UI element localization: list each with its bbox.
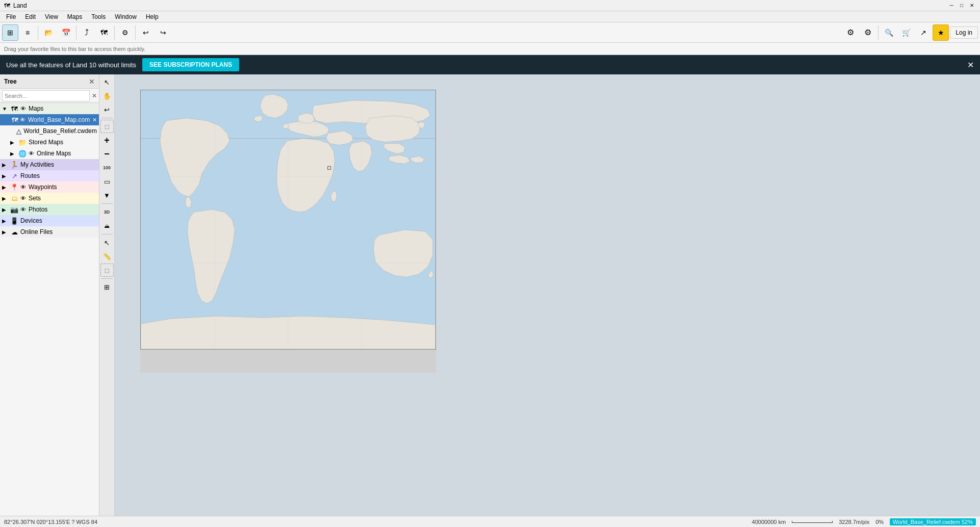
list-button[interactable]: ≡ (19, 24, 36, 41)
maps-icon: 🗺 (10, 105, 19, 113)
stored-icon: 📁 (18, 139, 27, 146)
pointer-tool[interactable]: ↖ (100, 75, 114, 89)
scale-bar (792, 521, 833, 523)
tracking-button[interactable]: ⚙ (842, 24, 859, 41)
frame-tool[interactable]: ▭ (100, 175, 114, 188)
toolbar-sep-2 (76, 25, 76, 40)
tree-item-my-activities[interactable]: ▶ 🏃 My Activities (0, 159, 99, 170)
status-left: 82°26.307'N 020°13.155'E ? WGS 84 (4, 519, 97, 525)
title-bar-left: 🗺 Land (4, 2, 27, 9)
measure-tool[interactable]: 📏 (100, 250, 114, 263)
banner-close-button[interactable]: ✕ (967, 60, 974, 70)
menu-maps[interactable]: Maps (63, 12, 86, 21)
tools-button[interactable]: ⚙ (117, 24, 133, 41)
minimize-btn[interactable]: ─ (947, 2, 956, 10)
panel-close-button[interactable]: ✕ (89, 77, 95, 86)
world-map-svg (141, 90, 435, 349)
tree-item-maps[interactable]: ▼ 🗺 👁 Maps (0, 103, 99, 114)
sets-label: Sets (29, 195, 97, 202)
layers-button[interactable]: ⊞ (2, 24, 18, 41)
zoom-out-tool[interactable]: − (100, 147, 114, 161)
menu-window[interactable]: Window (111, 12, 141, 21)
map-canvas[interactable] (140, 90, 436, 350)
activities-icon: 🏃 (10, 161, 19, 169)
zoom-100-tool[interactable]: 100 (100, 161, 114, 174)
maps-arrow: ▼ (2, 106, 8, 112)
tree-item-stored-maps[interactable]: ▶ 📁 Stored Maps (0, 137, 99, 148)
map-area[interactable] (115, 74, 980, 516)
layer-badge: World_Base_Relief.cwdem 52% (890, 518, 976, 525)
tree-item-waypoints[interactable]: ▶ 📍 👁 Waypoints (0, 181, 99, 193)
online-maps-icon: 🌐 (18, 150, 27, 157)
world-base-icon: 🗺 (12, 116, 18, 124)
route-button[interactable]: ⤴ (79, 24, 95, 41)
map-button[interactable]: 🗺 (96, 24, 112, 41)
cart-button[interactable]: 🛒 (898, 24, 914, 41)
subscription-button[interactable]: SEE SUBSCRIPTION PLANS (142, 58, 239, 71)
stored-arrow: ▶ (10, 140, 16, 145)
title-bar: 🗺 Land ─ □ ✕ (0, 0, 980, 11)
tools-sep-1 (101, 118, 113, 118)
mountain-tool[interactable]: ⛰ (100, 219, 114, 232)
zoom-in-tool[interactable]: + (100, 134, 114, 147)
quickaccess-bar: Drag your favorite files to this bar to … (0, 43, 980, 55)
3d-tool[interactable]: 3D (100, 205, 114, 219)
calendar-button[interactable]: 📅 (58, 24, 74, 41)
world-base-close[interactable]: ✕ (91, 117, 98, 123)
sets-eye: 👁 (20, 195, 26, 201)
tree-item-world-base-map[interactable]: 🗺 👁 World_Base_Map.com ✕ (0, 114, 99, 125)
menu-bar: File Edit View Maps Tools Window Help (0, 11, 980, 22)
menu-tools[interactable]: Tools (87, 12, 110, 21)
tree-item-routes[interactable]: ▶ ↗ Routes (0, 170, 99, 181)
down-tool[interactable]: ▼ (100, 189, 114, 202)
search-input[interactable] (2, 90, 90, 101)
app-title: Land (13, 2, 27, 9)
undo-button[interactable]: ↩ (138, 24, 154, 41)
waypoints-icon: 📍 (10, 183, 19, 191)
cursor-select-tool[interactable]: ↖ (100, 236, 114, 249)
world-relief-label: World_Base_Relief.cwdem (23, 127, 97, 135)
status-right: 40000000 km 3228.7m/pix 0% World_Base_Re… (752, 518, 976, 525)
world-base-label: World_Base_Map.com (28, 116, 90, 123)
open-button[interactable]: 📂 (40, 24, 57, 41)
photos-eye: 👁 (20, 206, 26, 213)
capture-tool[interactable]: ⊞ (100, 280, 114, 294)
menu-file[interactable]: File (2, 12, 20, 21)
nav-button[interactable]: ⚙ (860, 24, 876, 41)
zoom-rect-tool[interactable]: ⬚ (100, 120, 114, 133)
menu-edit[interactable]: Edit (21, 12, 40, 21)
toolbar-sep-4 (135, 25, 136, 40)
devices-arrow: ▶ (2, 218, 8, 224)
search-button[interactable]: 🔍 (881, 24, 897, 41)
tree-item-online-files[interactable]: ▶ ☁ Online Files (0, 226, 99, 238)
maximize-btn[interactable]: □ (958, 2, 966, 10)
world-relief-icon: △ (16, 127, 22, 135)
devices-label: Devices (20, 217, 97, 224)
routes-icon: ↗ (10, 172, 19, 180)
back-tool[interactable]: ↩ (100, 103, 114, 116)
select-rect-tool2[interactable]: ⬚ (100, 264, 114, 277)
sets-icon: 🗂 (10, 195, 19, 202)
tree-item-devices[interactable]: ▶ 📱 Devices (0, 215, 99, 226)
login-button[interactable]: Log in (950, 27, 978, 39)
search-clear-button[interactable]: ✕ (92, 92, 97, 99)
online-files-arrow: ▶ (2, 229, 8, 235)
waypoints-eye: 👁 (20, 184, 26, 190)
tree-item-online-maps[interactable]: ▶ 🌐 👁 Online Maps (0, 148, 99, 159)
menu-view[interactable]: View (41, 12, 62, 21)
menu-help[interactable]: Help (142, 12, 163, 21)
share-button[interactable]: ↗ (915, 24, 932, 41)
pan-tool[interactable]: ✋ (100, 89, 114, 102)
close-btn[interactable]: ✕ (968, 2, 976, 10)
toolbar-sep-3 (114, 25, 115, 40)
maps-eye: 👁 (20, 106, 26, 112)
subscription-banner: Use all the features of Land 10 without … (0, 55, 980, 74)
tree-content: ▼ 🗺 👁 Maps 🗺 👁 World_Base_Map.com ✕ △ Wo… (0, 103, 99, 516)
crs: WGS 84 (76, 519, 97, 525)
tree-item-photos[interactable]: ▶ 📷 👁 Photos (0, 204, 99, 215)
tree-item-sets[interactable]: ▶ 🗂 👁 Sets (0, 193, 99, 204)
tree-item-world-relief[interactable]: △ World_Base_Relief.cwdem (0, 125, 99, 137)
redo-button[interactable]: ↪ (155, 24, 171, 41)
star-button[interactable]: ★ (933, 24, 949, 41)
left-panel: Tree ✕ ✕ ▼ 🗺 👁 Maps 🗺 👁 World_Base_Map.c… (0, 74, 99, 516)
